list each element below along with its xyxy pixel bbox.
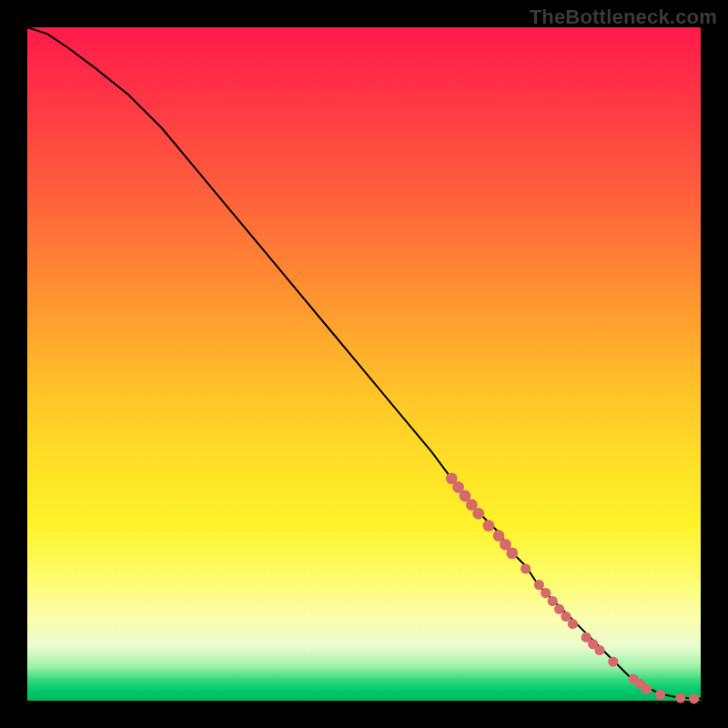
data-point-marker [521,563,531,573]
data-point-marker [655,690,665,700]
data-point-marker [594,645,604,655]
data-point-marker [608,657,618,667]
data-point-marker [675,693,685,703]
data-point-marker [483,520,495,531]
data-point-marker [472,508,484,520]
data-point-marker [534,580,544,590]
plot-area [27,27,701,701]
watermark-text: TheBottleneck.com [530,5,717,29]
marker-group [446,472,699,703]
bottleneck-curve [27,27,701,699]
data-point-marker [568,619,578,629]
data-point-marker [642,684,652,694]
data-point-marker [548,596,558,606]
data-point-marker [689,693,699,703]
chart-frame: TheBottleneck.com [0,0,728,728]
data-point-marker [541,588,551,598]
data-point-marker [506,548,518,560]
curve-svg [27,27,701,701]
